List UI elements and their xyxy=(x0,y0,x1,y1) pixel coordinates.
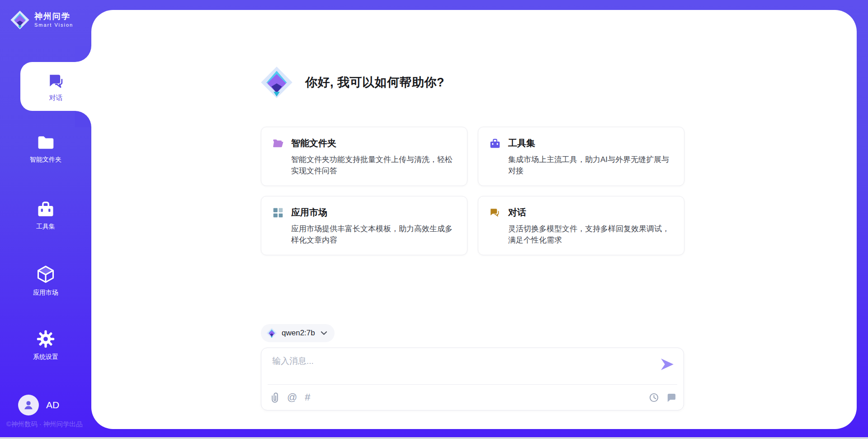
sidebar-item-label: 系统设置 xyxy=(33,353,58,361)
gem-logo-icon xyxy=(259,66,294,99)
tab-flare-top xyxy=(75,46,91,62)
screen-bottom-edge xyxy=(0,437,868,439)
chat-bubbles-icon xyxy=(46,71,66,91)
gem-logo-icon xyxy=(266,328,277,339)
send-icon xyxy=(660,357,675,372)
chat-bubbles-icon xyxy=(489,207,501,219)
composer-toolbar-right xyxy=(649,392,676,403)
history-clock-icon xyxy=(649,392,659,403)
hash-symbol: # xyxy=(305,392,310,402)
gear-icon xyxy=(36,329,55,348)
attach-file-button[interactable] xyxy=(270,392,279,403)
new-chat-button[interactable] xyxy=(666,392,676,403)
sidebar-item-settings[interactable]: 系统设置 xyxy=(0,329,91,361)
copyright-text: ©神州数码 · 神州问学出品 xyxy=(6,420,97,429)
card-description: 智能文件夹功能支持批量文件上传与清洗，轻松实现文件问答 xyxy=(291,154,456,177)
greeting-row: 你好, 我可以如何帮助你? xyxy=(259,66,444,99)
card-title: 工具集 xyxy=(508,137,535,149)
sidebar-item-app-market[interactable]: 应用市场 xyxy=(0,264,91,297)
feature-cards: 智能文件夹 智能文件夹功能支持批量文件上传与清洗，轻松实现文件问答 工具集 集成… xyxy=(261,127,684,255)
card-description: 集成市场上主流工具，助力AI与外界无缝扩展与对接 xyxy=(508,154,673,177)
sidebar-item-label: 对话 xyxy=(49,94,63,102)
brand-name-cn: 神州问学 xyxy=(34,12,73,21)
topic-button[interactable]: # xyxy=(305,392,310,402)
card-title: 对话 xyxy=(508,206,526,219)
folder-icon xyxy=(36,134,55,151)
person-icon xyxy=(22,399,35,411)
card-header: 工具集 xyxy=(489,137,673,149)
card-title: 应用市场 xyxy=(291,206,327,219)
mention-button[interactable]: @ xyxy=(287,392,297,402)
composer-toolbar: @ # xyxy=(270,390,676,405)
sidebar-item-smart-folder[interactable]: 智能文件夹 xyxy=(0,134,91,164)
card-smart-folder[interactable]: 智能文件夹 智能文件夹功能支持批量文件上传与清洗，轻松实现文件问答 xyxy=(261,127,467,186)
sidebar: 神州问学 Smart Vision 对话 智能文件夹 工具集 xyxy=(0,0,91,439)
chevron-down-icon xyxy=(321,331,327,335)
folder-open-icon xyxy=(272,138,284,149)
toolbox-icon xyxy=(36,200,55,218)
tab-flare-bottom xyxy=(75,111,91,127)
apps-grid-icon xyxy=(272,207,284,219)
gem-logo-icon xyxy=(10,10,30,30)
send-button[interactable] xyxy=(660,357,675,372)
sidebar-item-label: 工具集 xyxy=(36,223,55,231)
user-account[interactable]: AD xyxy=(18,395,59,415)
brand-logo: 神州问学 Smart Vision xyxy=(10,10,73,30)
card-chat[interactable]: 对话 灵活切换多模型文件，支持多样回复效果调试，满足个性化需求 xyxy=(478,196,684,255)
card-header: 智能文件夹 xyxy=(272,137,456,149)
card-toolset[interactable]: 工具集 集成市场上主流工具，助力AI与外界无缝扩展与对接 xyxy=(478,127,684,186)
composer-divider xyxy=(268,384,677,385)
paperclip-icon xyxy=(270,392,279,403)
card-title: 智能文件夹 xyxy=(291,137,336,149)
cube-icon xyxy=(36,264,56,284)
greeting-text: 你好, 我可以如何帮助你? xyxy=(305,74,444,91)
sidebar-item-label: 智能文件夹 xyxy=(30,156,61,164)
sidebar-item-label: 应用市场 xyxy=(33,289,58,297)
card-description: 应用市场提供丰富长文本模板，助力高效生成多样化文章内容 xyxy=(291,223,456,246)
avatar xyxy=(18,395,39,415)
history-button[interactable] xyxy=(649,392,659,403)
brand-name-en: Smart Vision xyxy=(34,22,73,28)
message-input[interactable] xyxy=(271,354,657,382)
model-selector[interactable]: qwen2:7b xyxy=(261,324,335,342)
sidebar-item-chat[interactable]: 对话 xyxy=(20,62,91,111)
sidebar-item-toolset[interactable]: 工具集 xyxy=(0,200,91,231)
card-app-market[interactable]: 应用市场 应用市场提供丰富长文本模板，助力高效生成多样化文章内容 xyxy=(261,196,467,255)
brand-text: 神州问学 Smart Vision xyxy=(34,12,73,28)
user-name: AD xyxy=(46,400,59,410)
card-header: 应用市场 xyxy=(272,206,456,219)
at-symbol: @ xyxy=(287,392,297,402)
speech-bubble-icon xyxy=(666,392,676,403)
card-description: 灵活切换多模型文件，支持多样回复效果调试，满足个性化需求 xyxy=(508,223,673,246)
toolbox-icon xyxy=(489,138,501,149)
message-composer: @ # xyxy=(261,348,684,410)
model-name: qwen2:7b xyxy=(282,329,315,338)
card-header: 对话 xyxy=(489,206,673,219)
